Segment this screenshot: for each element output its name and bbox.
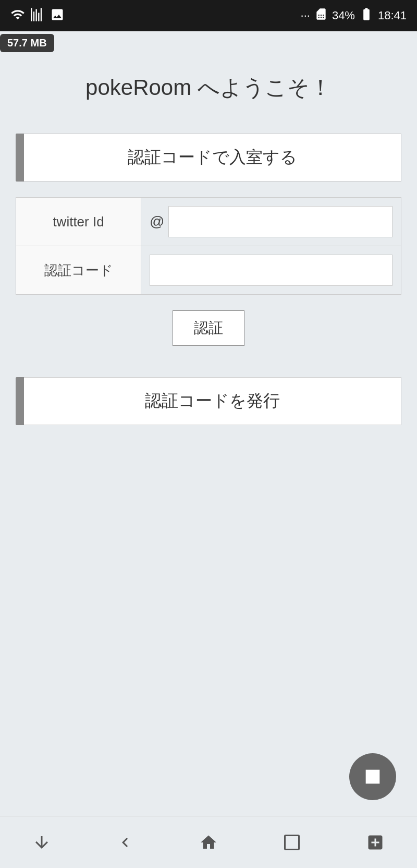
auth-code-input[interactable] <box>150 255 393 286</box>
memory-badge: 57.7 MB <box>0 34 54 52</box>
status-bar: ··· 34% 18:41 <box>0 0 417 31</box>
auth-code-label: 認証コード <box>16 246 141 294</box>
main-content: pokeRoom へようこそ！ 認証コードで入室する twitter Id @ … <box>0 31 417 816</box>
auth-submit-button[interactable]: 認証 <box>173 310 244 346</box>
page-title: pokeRoom へようこそ！ <box>85 73 332 102</box>
stop-icon <box>362 766 383 787</box>
svg-rect-0 <box>366 770 380 784</box>
enter-section-inner: 認証コードで入室する <box>24 134 401 182</box>
issue-section-container: 認証コードを発行 <box>16 377 401 425</box>
nav-external-button[interactable] <box>360 827 391 858</box>
auth-button-wrapper: 認証 <box>16 310 401 346</box>
nav-recents-button[interactable] <box>276 827 308 858</box>
nav-home-button[interactable] <box>193 827 224 858</box>
enter-with-code-button[interactable]: 認証コードで入室する <box>24 134 401 181</box>
svg-rect-1 <box>285 835 299 849</box>
image-icon <box>50 7 65 24</box>
wifi-icon <box>10 7 25 24</box>
issue-code-button[interactable]: 認証コードを発行 <box>24 378 401 425</box>
twitter-id-input-cell: @ <box>141 198 401 246</box>
enter-section-container: 認証コードで入室する <box>16 134 401 182</box>
nav-back-button[interactable] <box>109 827 141 858</box>
auth-code-row: 認証コード <box>16 246 401 294</box>
battery-dots: ··· <box>301 9 310 22</box>
sim-icon <box>314 7 328 24</box>
twitter-id-label: twitter Id <box>16 198 141 246</box>
status-left <box>10 7 65 24</box>
status-right: ··· 34% 18:41 <box>301 7 407 25</box>
auth-code-input-cell <box>141 246 401 294</box>
issue-section-inner: 認証コードを発行 <box>24 377 401 425</box>
signal-icon <box>30 7 45 24</box>
twitter-id-row: twitter Id @ <box>16 198 401 246</box>
time-display: 18:41 <box>378 9 407 22</box>
nav-down-button[interactable] <box>26 827 57 858</box>
bottom-nav <box>0 816 417 868</box>
fab-stop-button[interactable] <box>349 753 396 800</box>
at-symbol: @ <box>150 213 164 230</box>
battery-percent: 34% <box>332 9 355 22</box>
twitter-id-input[interactable] <box>168 206 393 237</box>
battery-icon <box>359 7 374 25</box>
auth-form: twitter Id @ 認証コード <box>16 197 401 295</box>
issue-section-bar <box>16 377 24 425</box>
enter-section-bar <box>16 134 24 182</box>
